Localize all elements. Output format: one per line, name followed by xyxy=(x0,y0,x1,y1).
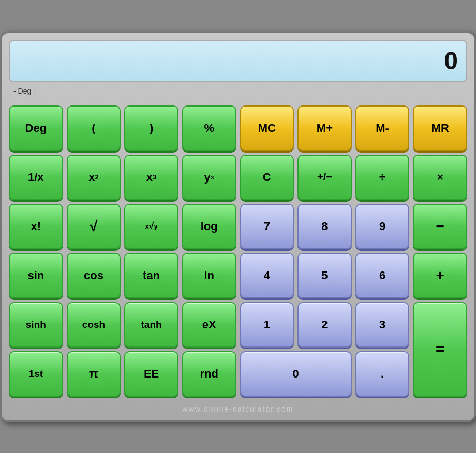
mc-button[interactable]: MC xyxy=(240,105,294,151)
sin-button[interactable]: sin xyxy=(9,253,63,298)
xrooty-button[interactable]: x√y xyxy=(124,204,178,249)
four-button[interactable]: 4 xyxy=(240,253,294,298)
two-button[interactable]: 2 xyxy=(298,302,352,348)
cube-button[interactable]: x3 xyxy=(124,155,178,200)
three-button[interactable]: 3 xyxy=(355,302,410,348)
decimal-button[interactable]: . xyxy=(355,351,410,397)
calculator: 0 - Deg Deg ( ) % MC M+ M- MR 1/x x2 x3 … xyxy=(0,32,476,422)
mode-label: - Deg xyxy=(9,86,36,96)
subtract-button[interactable]: − xyxy=(413,204,467,249)
percent-button[interactable]: % xyxy=(182,105,236,151)
five-button[interactable]: 5 xyxy=(298,253,352,298)
cosh-button[interactable]: cosh xyxy=(67,302,121,348)
divide-button[interactable]: ÷ xyxy=(355,155,410,200)
mode-section: - Deg xyxy=(9,86,467,100)
equal-button[interactable]: = xyxy=(413,302,467,397)
square-button[interactable]: x2 xyxy=(67,155,121,200)
ln-button[interactable]: ln xyxy=(182,253,236,298)
tan-button[interactable]: tan xyxy=(124,253,178,298)
reciprocal-button[interactable]: 1/x xyxy=(9,155,63,200)
negate-button[interactable]: +/− xyxy=(298,155,352,200)
seven-button[interactable]: 7 xyxy=(240,204,294,249)
deg-button[interactable]: Deg xyxy=(9,105,63,151)
clear-button[interactable]: C xyxy=(240,155,294,200)
mr-button[interactable]: MR xyxy=(413,105,467,151)
ee-button[interactable]: EE xyxy=(124,351,178,397)
m-plus-button[interactable]: M+ xyxy=(298,105,352,151)
pi-button[interactable]: π xyxy=(67,351,121,397)
eight-button[interactable]: 8 xyxy=(298,204,352,249)
rnd-button[interactable]: rnd xyxy=(182,351,236,397)
factorial-button[interactable]: x! xyxy=(9,204,63,249)
power-button[interactable]: yx xyxy=(182,155,236,200)
log-button[interactable]: log xyxy=(182,204,236,249)
footer: www.online-calculator.com xyxy=(9,402,467,413)
zero-button[interactable]: 0 xyxy=(240,351,352,397)
tanh-button[interactable]: tanh xyxy=(124,302,178,348)
first-button[interactable]: 1st xyxy=(9,351,63,397)
footer-text: www.online-calculator.com xyxy=(183,405,294,413)
buttons-grid: Deg ( ) % MC M+ M- MR 1/x x2 x3 yx C +/−… xyxy=(9,105,467,397)
multiply-button[interactable]: × xyxy=(413,155,467,200)
cos-button[interactable]: cos xyxy=(67,253,121,298)
ex-button[interactable]: eX xyxy=(182,302,236,348)
close-paren-button[interactable]: ) xyxy=(124,105,178,151)
six-button[interactable]: 6 xyxy=(355,253,410,298)
sinh-button[interactable]: sinh xyxy=(9,302,63,348)
open-paren-button[interactable]: ( xyxy=(67,105,121,151)
one-button[interactable]: 1 xyxy=(240,302,294,348)
display: 0 xyxy=(9,40,467,82)
display-value: 0 xyxy=(444,47,458,75)
sqrt-button[interactable]: √ xyxy=(67,204,121,249)
nine-button[interactable]: 9 xyxy=(355,204,410,249)
m-minus-button[interactable]: M- xyxy=(355,105,410,151)
add-button[interactable]: + xyxy=(413,253,467,298)
